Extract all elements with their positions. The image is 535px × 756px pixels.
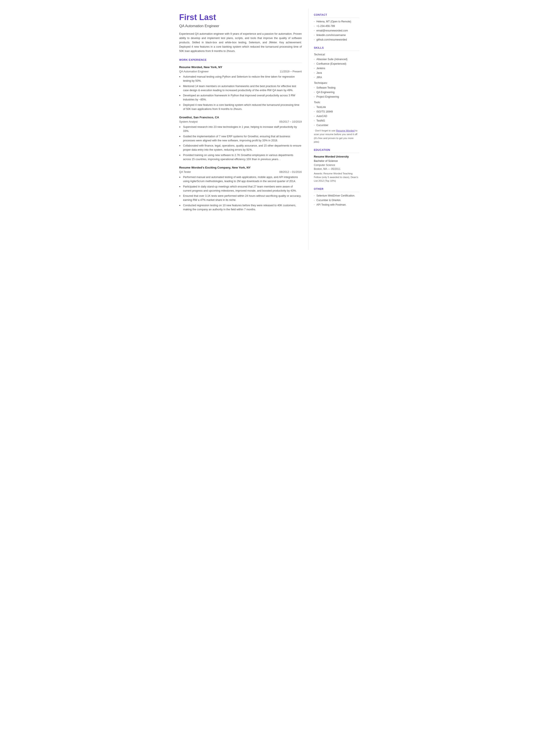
left-column: First Last QA Automation Engineer Experi… (171, 9, 309, 250)
edu-awards: Awards: Resume Worded Teaching Fellow (o… (314, 172, 359, 183)
job-bullet-1-3: Provided training on using new software … (179, 153, 302, 161)
resume-page: First Last QA Automation Engineer Experi… (171, 0, 365, 259)
techniques-label: Techniques: (314, 81, 359, 85)
contact-section-title: CONTACT (314, 13, 359, 18)
job-bullets-0: Automated manual testing using Python an… (179, 75, 302, 111)
job-header-0: Resume Worded, New York, NYQA Automation… (179, 65, 302, 73)
job-bullet-2-0: Performed manual and automated testing o… (179, 175, 302, 183)
other-section-title: OTHER (314, 187, 359, 192)
skills-section-title: SKILLS (314, 46, 359, 51)
job-date-0: 11/2019 – Present (280, 70, 302, 74)
skills-section: SKILLS Technical: Atlassian Suite (Advan… (314, 46, 359, 144)
job-bullet-1-2: Collaborated with finance, legal, operat… (179, 144, 302, 152)
job-role-1: System Analyst (179, 120, 198, 124)
edu-location-date: Boston, MA — 05/2011 (314, 167, 359, 171)
tool-3: TestNG (314, 119, 359, 123)
other-item-0: Selenium WebDriver Certification. (314, 194, 359, 198)
job-bullet-0-0: Automated manual testing using Python an… (179, 75, 302, 83)
edu-school: Resume Worded University (314, 155, 359, 159)
tools-list: TestLinkISO/TS 16949AutoCADTestNGCucumbe… (314, 105, 359, 127)
technical-skill-3: Java (314, 71, 359, 75)
contact-item-3: linkedin.com/in/username (314, 33, 359, 37)
tool-0: TestLink (314, 105, 359, 109)
candidate-title: QA Automation Engineer (179, 23, 302, 29)
job-bullet-0-1: Mentored 14 team members on automation f… (179, 84, 302, 93)
job-bullets-1: Supervised research into 23 new technolo… (179, 125, 302, 161)
tools-label: Tools: (314, 100, 359, 104)
job-header-1: Growthsi, San Francisco, CASystem Analys… (179, 115, 302, 124)
work-experience-section-title: WORK EXPERIENCE (179, 58, 302, 63)
job-bullet-2-2: Ensured that over 3.1K tests were perfor… (179, 194, 302, 202)
job-block-2: Resume Worded's Exciting Company, New Yo… (179, 165, 302, 211)
tool-4: Cucumber (314, 123, 359, 127)
job-bullet-2-3: Conducted regression testing on 10 new f… (179, 204, 302, 211)
contact-item-0: Helena, MT (Open to Remote) (314, 20, 359, 23)
technique-0: Software Testing (314, 86, 359, 90)
jobs-container: Resume Worded, New York, NYQA Automation… (179, 65, 302, 211)
job-role-0: QA Automation Engineer (179, 70, 209, 74)
job-block-1: Growthsi, San Francisco, CASystem Analys… (179, 115, 302, 161)
technical-skill-4: JIRA (314, 75, 359, 79)
edu-degree: Bachelor of Science (314, 159, 359, 163)
contact-section: CONTACT Helena, MT (Open to Remote)+1-23… (314, 13, 359, 42)
technical-skill-0: Atlassian Suite (Advanced) (314, 57, 359, 61)
technique-2: Project Engineering (314, 95, 359, 99)
contact-item-1: +1-234-456-789 (314, 24, 359, 28)
technical-skills-list: Atlassian Suite (Advanced)Confluence (Ex… (314, 57, 359, 79)
technique-1: QA Engineering (314, 90, 359, 94)
contact-list: Helena, MT (Open to Remote)+1-234-456-78… (314, 20, 359, 42)
job-role-date-2: QA Tester08/2012 – 01/2016 (179, 170, 302, 174)
job-bullets-2: Performed manual and automated testing o… (179, 175, 302, 211)
job-bullet-1-1: Guided the implementation of 7 new ERP s… (179, 134, 302, 143)
job-block-0: Resume Worded, New York, NYQA Automation… (179, 65, 302, 111)
contact-item-4: github.com/resumeworded (314, 38, 359, 42)
techniques-list: Software TestingQA EngineeringProject En… (314, 86, 359, 99)
other-item-2: API Testing with Postman. (314, 203, 359, 207)
candidate-name: First Last (179, 13, 302, 22)
tool-1: ISO/TS 16949 (314, 110, 359, 114)
contact-item-2: email@resumeworded.com (314, 29, 359, 33)
summary-text: Experienced QA automation engineer with … (179, 32, 302, 53)
job-role-2: QA Tester (179, 170, 191, 174)
edu-field: Computer Science (314, 163, 359, 167)
other-list: Selenium WebDriver Certification.Cucumbe… (314, 194, 359, 207)
job-date-1: 05/2017 – 10/2019 (279, 120, 302, 124)
company-name-1: Growthsi, San Francisco, CA (179, 115, 302, 120)
resume-worded-link[interactable]: Resume Worded (336, 129, 355, 132)
company-name-0: Resume Worded, New York, NY (179, 65, 302, 70)
technical-skill-1: Confluence (Experienced) (314, 62, 359, 66)
job-bullet-0-3: Deployed 4 new features in a core bankin… (179, 103, 302, 111)
other-section: OTHER Selenium WebDriver Certification.C… (314, 187, 359, 207)
right-column: CONTACT Helena, MT (Open to Remote)+1-23… (309, 9, 365, 250)
company-name-2: Resume Worded's Exciting Company, New Yo… (179, 165, 302, 170)
job-bullet-1-0: Supervised research into 23 new technolo… (179, 125, 302, 133)
other-item-1: Cucumber & Gherkin. (314, 198, 359, 202)
job-role-date-1: System Analyst05/2017 – 10/2019 (179, 120, 302, 124)
promo-text: · Don't forget to use Resume Worded to s… (314, 129, 359, 144)
technical-skill-2: Jenkins (314, 66, 359, 70)
job-bullet-0-2: Developed an automation framework in Pyt… (179, 94, 302, 102)
job-date-2: 08/2012 – 01/2016 (279, 170, 302, 174)
job-bullet-2-1: Participated in daily stand-up meetings … (179, 185, 302, 193)
job-header-2: Resume Worded's Exciting Company, New Yo… (179, 165, 302, 174)
tool-2: AutoCAD (314, 114, 359, 118)
job-role-date-0: QA Automation Engineer11/2019 – Present (179, 70, 302, 74)
education-section: EDUCATION Resume Worded University Bache… (314, 148, 359, 183)
education-section-title: EDUCATION (314, 148, 359, 153)
technical-label: Technical: (314, 53, 359, 56)
